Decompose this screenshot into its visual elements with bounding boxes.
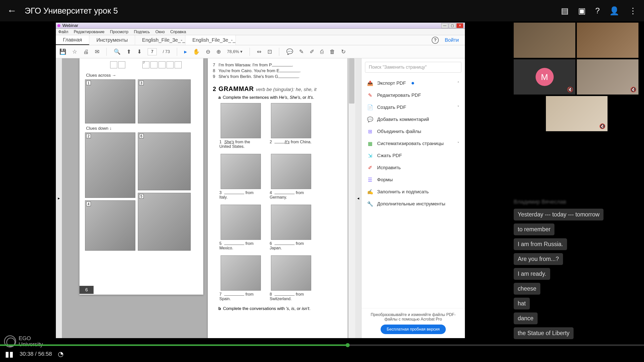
page-up-icon[interactable]: ⬆ bbox=[127, 49, 131, 55]
zoom-in-icon[interactable]: ⊕ bbox=[216, 49, 221, 55]
menu-edit[interactable]: Редактирование bbox=[74, 30, 104, 34]
help-icon[interactable]: ? bbox=[595, 6, 600, 16]
notes-icon[interactable]: ▤ bbox=[561, 6, 569, 16]
mail-icon[interactable]: ✉ bbox=[95, 49, 99, 55]
cursor-icon[interactable]: ▸ bbox=[184, 49, 187, 55]
participant-tile[interactable] bbox=[577, 23, 638, 58]
participant-tile[interactable]: 🔇 bbox=[577, 59, 638, 95]
highlight-icon[interactable]: ✎ bbox=[299, 49, 304, 55]
tool-item[interactable]: ▦Систематизировать страницы˅ bbox=[361, 138, 465, 150]
draw-icon[interactable]: ✐ bbox=[310, 49, 314, 55]
pdf-page-left: J Clues across → 1 3 Clues down ↓ 2 6 bbox=[79, 58, 203, 295]
participant-tile[interactable]: 🔇 bbox=[546, 96, 608, 131]
tool-item[interactable]: ⊞Объединить файлы bbox=[361, 125, 465, 138]
tool-icon: 💬 bbox=[367, 116, 373, 122]
grammar-heading: 2GRAMMARverb be (singular): he, she, it bbox=[213, 85, 343, 93]
tool-label: Добавить комментарий bbox=[377, 117, 429, 122]
chat-message: to remember bbox=[514, 223, 554, 235]
window-title: Webinar bbox=[62, 23, 78, 28]
tab-file-2[interactable]: English_File_3e_-_B...✕ bbox=[185, 35, 236, 45]
tool-item[interactable]: 📄Создать PDF˅ bbox=[361, 101, 465, 113]
speed-button[interactable]: ◔ bbox=[58, 350, 64, 358]
tool-item[interactable]: 📤Экспорт PDF˄ bbox=[361, 77, 465, 89]
comment-icon[interactable]: 💬 bbox=[286, 49, 293, 55]
fit-width-icon[interactable]: ⇔ bbox=[257, 49, 261, 55]
delete-icon[interactable]: 🗑 bbox=[330, 49, 335, 55]
chat-panel: Владимир Вячеслав Yesterday --- today --… bbox=[514, 199, 639, 342]
mute-icon: 🔇 bbox=[630, 86, 636, 93]
clue-photo-2: 2 bbox=[85, 132, 135, 198]
tools-search-input[interactable]: Поиск "Заменить страницу" bbox=[365, 62, 461, 73]
scrollbar-thumb[interactable] bbox=[349, 58, 354, 104]
tool-item[interactable]: ✎Редактировать PDF bbox=[361, 89, 465, 101]
participant-tile[interactable]: M🔇 bbox=[514, 59, 575, 95]
stamp-icon[interactable]: ⎙ bbox=[320, 49, 324, 55]
toolbar: 💾 ☆ 🖨 ✉ 🔍 ⬆ ⬇ / 73 ▸ ✋ ⊖ ⊕ 78,6% ▾ ⇔ ⊡ 💬… bbox=[56, 45, 465, 58]
tool-label: Создать PDF bbox=[377, 105, 406, 110]
tab-home[interactable]: Главная bbox=[56, 35, 89, 45]
login-button[interactable]: Войти bbox=[445, 37, 459, 43]
search-icon[interactable]: 🔍 bbox=[114, 49, 120, 55]
mute-icon: 🔇 bbox=[567, 86, 573, 93]
tool-icon: ✎ bbox=[367, 92, 373, 98]
tab-file-1[interactable]: English_File_3e_-_B... bbox=[135, 35, 185, 45]
print-icon[interactable]: 🖨 bbox=[83, 49, 89, 55]
zoom-dropdown[interactable]: 78,6% ▾ bbox=[227, 49, 242, 54]
close-button[interactable]: ✕ bbox=[456, 23, 463, 28]
tool-item[interactable]: ✍Заполнить и подписать bbox=[361, 186, 465, 198]
back-button[interactable]: ← bbox=[7, 5, 17, 16]
pdf-page-right: 7 I'm from Warsaw. I'm from P. 8 You're … bbox=[208, 58, 348, 338]
tool-icon: ✍ bbox=[367, 189, 373, 195]
menu-help[interactable]: Справка bbox=[170, 30, 186, 34]
tool-item[interactable]: 💬Добавить комментарий bbox=[361, 113, 465, 125]
clue-photo-1: 1 bbox=[85, 79, 135, 123]
menu-window[interactable]: Окно bbox=[155, 30, 165, 34]
tool-icon: 📄 bbox=[367, 104, 373, 110]
header-actions: ▤ ▣ ? 👤 ⋮ bbox=[561, 6, 637, 16]
crossword-grid: J bbox=[110, 61, 200, 68]
promo-button[interactable]: Бесплатная пробная версия bbox=[381, 325, 446, 334]
maximize-button[interactable]: ▢ bbox=[449, 23, 456, 28]
minimize-button[interactable]: — bbox=[441, 23, 448, 28]
rotate-icon[interactable]: ↻ bbox=[341, 49, 346, 55]
video-time: 30:38 / 56:58 bbox=[20, 351, 52, 357]
video-player-controls: ▮▮ 30:38 / 56:58 ◔ bbox=[0, 346, 644, 362]
tool-label: Дополнительные инструменты bbox=[377, 201, 445, 207]
scrollbar[interactable] bbox=[348, 58, 355, 338]
menu-file[interactable]: Файл bbox=[58, 30, 68, 34]
tool-item[interactable]: ⇲Сжать PDF bbox=[361, 150, 465, 162]
fit-page-icon[interactable]: ⊡ bbox=[267, 49, 272, 55]
tool-icon: 📤 bbox=[367, 80, 373, 86]
promo-text: Преобразовывайте и изменяйте файлы PDF-ф… bbox=[366, 312, 461, 322]
right-panel-toggle[interactable]: ◂ bbox=[355, 58, 361, 338]
help-button[interactable]: ? bbox=[432, 37, 439, 44]
document-area: ▸ J Clues across → 1 3 Clues down ↓ bbox=[56, 58, 465, 338]
zoom-out-icon[interactable]: ⊖ bbox=[206, 49, 210, 55]
page-title: ЭГО Университет урок 5 bbox=[25, 6, 118, 16]
tool-item[interactable]: 🔧Дополнительные инструменты bbox=[361, 198, 465, 210]
tab-tools[interactable]: Инструменты bbox=[89, 35, 135, 45]
menu-view[interactable]: Просмотр bbox=[110, 30, 128, 34]
tools-sidepanel: Поиск "Заменить страницу" 📤Экспорт PDF˄✎… bbox=[361, 58, 465, 338]
tool-item[interactable]: ☰Формы bbox=[361, 174, 465, 186]
menu-icon[interactable]: ⋮ bbox=[629, 6, 637, 16]
tool-icon: ✐ bbox=[367, 165, 373, 171]
chat-icon[interactable]: ▣ bbox=[578, 6, 586, 16]
page-down-icon[interactable]: ⬇ bbox=[137, 49, 142, 55]
clue-photo-4: 4 bbox=[85, 200, 135, 251]
tool-icon: ⊞ bbox=[367, 128, 373, 134]
star-icon[interactable]: ☆ bbox=[72, 49, 77, 55]
document-viewport[interactable]: J Clues across → 1 3 Clues down ↓ 2 6 bbox=[62, 58, 348, 338]
participant-tile[interactable] bbox=[514, 23, 575, 58]
page-number-input[interactable] bbox=[148, 48, 157, 55]
pause-button[interactable]: ▮▮ bbox=[5, 350, 14, 358]
tool-icon: ⇲ bbox=[367, 153, 373, 159]
save-icon[interactable]: 💾 bbox=[59, 49, 66, 55]
left-panel-toggle[interactable]: ▸ bbox=[56, 58, 62, 338]
hand-icon[interactable]: ✋ bbox=[193, 49, 200, 55]
tool-icon: ☰ bbox=[367, 177, 373, 183]
tool-item[interactable]: ✐Исправить bbox=[361, 162, 465, 174]
exercise-b-instruction: bComplete the conversations with 's, is,… bbox=[218, 306, 343, 311]
profile-icon[interactable]: 👤 bbox=[609, 6, 619, 16]
menu-sign[interactable]: Подпись bbox=[134, 30, 150, 34]
